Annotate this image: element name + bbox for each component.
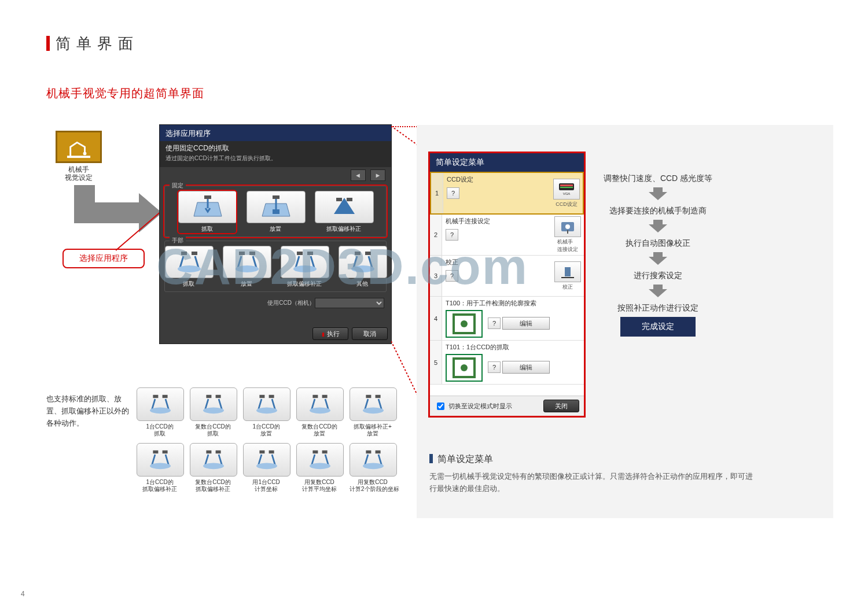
action-tile-label: 用复数CCD 计算平均坐标 [296, 479, 343, 493]
action-tile-icon [296, 443, 344, 477]
menu-item-t101[interactable]: 5 T101：1台CCD的抓取 ? 编辑 [430, 341, 584, 385]
action-tile-label: 1台CCD的 抓取偏移补正 [137, 479, 183, 493]
action-tile[interactable]: 复数台CCD的 抓取偏移补正 [190, 443, 236, 493]
menu-item-title: T100：用于工件检测的轮廓搜索 [446, 299, 580, 308]
usage-label: 使用CCD（相机） [267, 299, 315, 307]
action-tile[interactable]: 1台CCD的 抓取偏移补正 [137, 443, 183, 493]
arrow-down-icon [597, 283, 719, 298]
nav-next-button[interactable]: ► [370, 169, 385, 181]
action-tile[interactable]: 1台CCD的 抓取 [137, 387, 183, 437]
page-number: 4 [21, 590, 25, 598]
menu-index: 1 [431, 173, 443, 213]
step-desc-4: 进行搜索设定 [597, 271, 719, 281]
action-tile-icon [350, 387, 397, 421]
menu-item-title: T101：1台CCD的抓取 [446, 343, 580, 352]
execute-button[interactable]: 执行 [312, 327, 348, 340]
action-tile-label: 用1台CCD 计算坐标 [243, 479, 289, 493]
tile-label: 抓取偏移补正 [281, 280, 328, 288]
robot-vision-label: 机械手视觉设定 [52, 165, 105, 182]
menu-item-action[interactable]: 校正 [551, 256, 584, 296]
group-fixed-label: 固定 [170, 182, 186, 190]
menu-item-title: CCD设定 [447, 175, 547, 184]
arrow-down-icon [597, 251, 719, 266]
nav-prev-button[interactable]: ◄ [351, 169, 366, 181]
action-tile[interactable]: 复数台CCD的 抓取 [190, 387, 236, 437]
tile-label: 其他 [339, 280, 386, 288]
help-icon[interactable]: ? [488, 317, 501, 329]
action-tile-icon [243, 387, 290, 421]
action-tile[interactable]: 用1台CCD 计算坐标 [243, 443, 289, 493]
offset-icon [281, 246, 329, 278]
action-tile[interactable]: 复数台CCD的 放置 [296, 387, 343, 437]
show-on-settings-checkbox[interactable]: 切换至设定模式时显示 [435, 401, 512, 412]
action-tile[interactable]: 用复数CCD 计算2个阶段的坐标 [350, 443, 396, 493]
preview-icon [446, 354, 483, 382]
pick-icon [178, 191, 237, 223]
group-hand-label: 手部 [170, 237, 186, 245]
menu-item-t100[interactable]: 4 T100：用于工件检测的轮廓搜索 ? 编辑 [430, 297, 584, 341]
step-descriptions: 调整快门速度、CCD 感光度等 选择要连接的机械手制造商 执行自动图像校正 进行… [597, 173, 719, 337]
panel-description: 通过固定的CCD计算工件位置后执行抓取。 [160, 154, 391, 167]
edit-button[interactable]: 编辑 [502, 361, 550, 374]
offset-icon [315, 191, 374, 223]
panel-nav: ◄ ► [160, 167, 391, 183]
help-icon[interactable]: ? [488, 361, 501, 373]
pick-icon [165, 246, 214, 278]
arrow-down-icon [597, 219, 719, 234]
robot-vision-tile[interactable]: 机械手视觉设定 [52, 131, 105, 182]
action-tile-label: 1台CCD的 抓取 [137, 423, 183, 437]
simple-settings-menu: 简单设定菜单 1 CCD设定 ? CCD设定 2 机械手连接设定 ? 机械手 连… [428, 152, 586, 418]
place-icon [247, 191, 306, 223]
menu-item-title: 校正 [446, 258, 548, 267]
action-tile[interactable]: 抓取偏移补正+ 放置 [350, 387, 396, 437]
panel-header: 选择应用程序 [160, 125, 391, 141]
tile-hand-pick[interactable]: 抓取 [165, 246, 212, 288]
menu-index: 5 [430, 341, 442, 384]
menu-item-ccd[interactable]: 1 CCD设定 ? CCD设定 [430, 172, 584, 215]
menu-item-title: 机械手连接设定 [446, 217, 548, 226]
menu-item-robot-conn[interactable]: 2 机械手连接设定 ? 机械手 连接设定 [430, 215, 584, 256]
help-icon[interactable]: ? [447, 187, 459, 199]
action-tile-grid: 1台CCD的 抓取复数台CCD的 抓取1台CCD的 放置复数台CCD的 放置抓取… [137, 387, 403, 493]
menu-index: 3 [430, 256, 442, 296]
action-tile-icon [137, 387, 184, 421]
tile-label: 抓取 [178, 225, 236, 233]
close-button[interactable]: 关闭 [543, 400, 579, 412]
section-paragraph: 无需一切机械手视觉设定特有的繁琐图像校正或计算。只需选择符合补正动作的应用程序，… [429, 471, 753, 495]
action-tile-label: 抓取偏移补正+ 放置 [350, 423, 396, 437]
step-desc-3: 执行自动图像校正 [597, 238, 719, 249]
tile-fixed-pick[interactable]: 抓取 [178, 191, 236, 233]
menu-header: 简单设定菜单 [430, 153, 584, 172]
menu-item-calibration[interactable]: 3 校正 ? 校正 [430, 256, 584, 297]
menu-index: 4 [430, 297, 442, 340]
action-tile[interactable]: 1台CCD的 放置 [243, 387, 289, 437]
action-tile-icon [190, 387, 237, 421]
action-tile-icon [350, 443, 397, 477]
menu-item-action[interactable]: 机械手 连接设定 [551, 215, 584, 255]
action-tile-label: 复数台CCD的 放置 [296, 423, 343, 437]
action-tile-icon [243, 443, 290, 477]
menu-item-action[interactable]: CCD设定 [550, 173, 583, 213]
preview-icon [446, 310, 483, 338]
action-tile-label: 1台CCD的 放置 [243, 423, 289, 437]
complete-settings-button[interactable]: 完成设定 [620, 317, 696, 337]
tile-hand-offset[interactable]: 抓取偏移补正 [281, 246, 328, 288]
tile-fixed-offset[interactable]: 抓取偏移补正 [315, 191, 373, 233]
place-icon [223, 246, 271, 278]
section-title: 简单设定菜单 [429, 453, 493, 466]
tile-hand-place[interactable]: 放置 [223, 246, 270, 288]
tile-fixed-place[interactable]: 放置 [247, 191, 304, 233]
tile-label: 抓取偏移补正 [315, 225, 373, 233]
cancel-button[interactable]: 取消 [352, 327, 388, 340]
usage-row: 使用CCD（相机） [160, 296, 391, 311]
usage-select[interactable] [315, 298, 384, 308]
step-desc-1: 调整快门速度、CCD 感光度等 [597, 173, 719, 184]
page-subtitle: 机械手视觉专用的超简单界面 [46, 86, 204, 101]
action-tile[interactable]: 用复数CCD 计算平均坐标 [296, 443, 343, 493]
tile-hand-other[interactable]: 其他 [339, 246, 386, 288]
help-icon[interactable]: ? [446, 229, 458, 241]
panel-subheader: 使用固定CCD的抓取 [160, 141, 391, 154]
edit-button[interactable]: 编辑 [502, 317, 550, 330]
help-icon[interactable]: ? [446, 270, 458, 282]
group-hand: 手部 抓取 放置 抓取偏移补正 其他 [164, 241, 387, 292]
